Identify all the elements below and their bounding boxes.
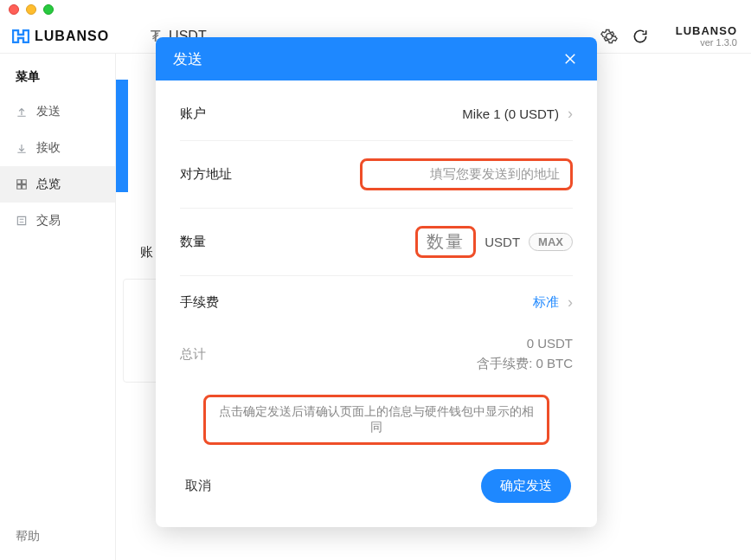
window-titlebar bbox=[0, 0, 751, 19]
account-row[interactable]: 账户 Mike 1 (0 USDT) › bbox=[180, 87, 573, 141]
brand-name-right: LUBANSO bbox=[676, 24, 737, 37]
account-value: Mike 1 (0 USDT) bbox=[462, 106, 559, 121]
send-modal: 发送 账户 Mike 1 (0 USDT) › 对方地址 填写您要发送到的地址 … bbox=[156, 37, 597, 527]
modal-close-button[interactable] bbox=[561, 49, 580, 68]
address-label: 对方地址 bbox=[180, 166, 232, 183]
window-minimize-button[interactable] bbox=[26, 4, 36, 15]
account-label: 账户 bbox=[180, 106, 206, 122]
address-row: 对方地址 填写您要发送到的地址 bbox=[180, 141, 573, 209]
total-label: 总计 bbox=[180, 346, 206, 363]
cancel-button[interactable]: 取消 bbox=[182, 471, 215, 501]
logo: LUBANSO bbox=[12, 29, 109, 44]
fee-row[interactable]: 手续费 标准 › bbox=[180, 276, 573, 329]
chevron-right-icon: › bbox=[568, 105, 573, 123]
modal-title: 发送 bbox=[173, 49, 202, 69]
quantity-input[interactable]: 数量 bbox=[415, 226, 476, 258]
modal-header: 发送 bbox=[156, 37, 597, 80]
window-close-button[interactable] bbox=[9, 4, 19, 15]
quantity-row: 数量 数量 USDT MAX bbox=[180, 209, 573, 276]
quantity-unit: USDT bbox=[485, 235, 520, 249]
close-icon bbox=[562, 51, 578, 67]
settings-button[interactable] bbox=[600, 27, 619, 46]
version-text: ver 1.3.0 bbox=[676, 37, 737, 48]
address-input[interactable]: 填写您要发送到的地址 bbox=[360, 158, 573, 190]
logo-text: LUBANSO bbox=[35, 29, 109, 44]
fee-included-value: 含手续费: 0 BTC bbox=[477, 354, 573, 374]
fee-label: 手续费 bbox=[180, 294, 219, 311]
gear-icon bbox=[600, 28, 618, 45]
refresh-icon bbox=[632, 28, 649, 45]
chevron-right-icon: › bbox=[568, 293, 573, 312]
total-value: 0 USDT bbox=[527, 334, 573, 352]
refresh-button[interactable] bbox=[631, 27, 650, 46]
max-button[interactable]: MAX bbox=[529, 233, 573, 251]
confirm-send-button[interactable]: 确定发送 bbox=[481, 469, 571, 503]
fee-value: 标准 bbox=[533, 294, 559, 311]
logo-icon bbox=[12, 29, 29, 43]
confirm-notice: 点击确定发送后请确认页面上的信息与硬件钱包中显示的相同 bbox=[203, 395, 549, 445]
brand-version: LUBANSO ver 1.3.0 bbox=[676, 24, 737, 48]
window-maximize-button[interactable] bbox=[43, 4, 54, 15]
quantity-label: 数量 bbox=[180, 234, 206, 250]
